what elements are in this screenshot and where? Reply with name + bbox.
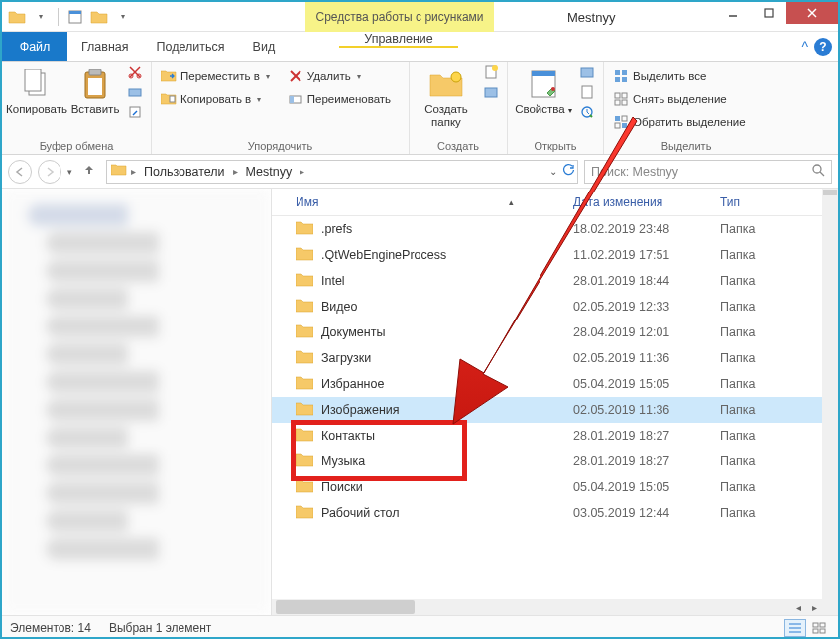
move-to-button[interactable]: Переместить в▾ [158,65,273,87]
scroll-left-icon[interactable]: ◂ [790,599,806,615]
table-row[interactable]: Музыка28.01.2019 18:27Папка [272,448,838,474]
tab-view[interactable]: Вид [239,32,290,61]
breadcrumb-users[interactable]: Пользователи [140,165,229,179]
horizontal-scrollbar[interactable]: ◂ ▸ [272,599,822,615]
file-name: Видео [321,300,358,314]
refresh-icon[interactable] [561,163,575,180]
tab-manage[interactable]: Управление [339,32,458,48]
invert-selection-button[interactable]: Обратить выделение [610,111,749,133]
new-folder-button[interactable]: Создать папку [416,65,477,129]
tab-share[interactable]: Поделиться [143,32,239,61]
file-type: Папка [720,480,838,494]
paste-button[interactable]: Вставить [69,65,121,116]
folder-icon [296,452,313,471]
file-name: .QtWebEngineProcess [321,248,446,262]
svg-rect-47 [813,623,818,627]
history-icon[interactable] [580,105,594,123]
svg-rect-34 [615,93,620,98]
svg-rect-13 [129,89,141,96]
contextual-tab-group: Средства работы с рисунками [305,2,494,32]
forward-button[interactable] [38,160,61,184]
content-area: Имя ▴ Дата изменения Тип .prefs18.02.201… [2,189,838,615]
folder-icon [6,6,28,28]
ribbon-group-open: Свойства ▾ Открыть [508,62,604,154]
cut-icon[interactable] [128,65,142,83]
select-none-button[interactable]: Снять выделение [610,88,749,110]
qat-dropdown-icon[interactable]: ▾ [30,6,52,28]
table-row[interactable]: Intel28.01.2019 18:44Папка [272,268,838,294]
new-item-icon[interactable] [484,65,498,83]
delete-icon [288,68,303,84]
table-row[interactable]: Избранное05.04.2019 15:05Папка [272,371,838,397]
paste-shortcut-icon[interactable] [128,105,142,123]
folder-icon [296,323,313,342]
view-details-button[interactable] [784,619,806,637]
file-tab[interactable]: Файл [2,32,67,61]
file-name: .prefs [321,222,352,236]
copy-to-button[interactable]: Копировать в▾ [158,88,273,110]
qat-customize-icon[interactable]: ▾ [112,6,134,28]
open-folder-icon[interactable] [88,6,110,28]
easy-access-icon[interactable] [484,85,498,103]
svg-rect-1 [69,11,81,14]
rename-icon [288,91,303,107]
copy-path-icon[interactable] [128,85,142,103]
breadcrumb-current[interactable]: Mestnyy [242,165,297,179]
file-date: 28.01.2019 18:27 [573,454,720,468]
up-button[interactable] [78,163,100,181]
tab-home[interactable]: Главная [67,32,143,61]
svg-rect-50 [820,629,825,633]
explorer-window: ▾ ▾ Средства работы с рисунками Mestnyy [0,0,840,639]
scroll-right-icon[interactable]: ▸ [806,599,822,615]
table-row[interactable]: Документы28.04.2019 12:01Папка [272,320,838,345]
ribbon-group-new: Создать папку Создать [410,62,508,154]
navigation-pane[interactable] [2,189,272,615]
svg-rect-48 [820,623,825,627]
address-dropdown-icon[interactable]: ⌄ [549,166,557,177]
file-date: 03.05.2019 12:44 [573,506,720,520]
copy-button[interactable]: Копировать [8,65,65,116]
column-date[interactable]: Дата изменения [573,195,720,209]
close-button[interactable] [786,2,838,24]
ribbon-group-select: Выделить все Снять выделение Обратить вы… [604,62,769,154]
svg-rect-19 [290,96,294,103]
select-all-button[interactable]: Выделить все [610,65,749,87]
help-icon[interactable]: ? [814,38,832,56]
file-type: Папка [720,403,838,417]
file-name: Рабочий стол [321,506,399,520]
search-placeholder: Поиск: Mestnyy [591,165,678,179]
address-bar[interactable]: ▸ Пользователи ▸ Mestnyy ▸ ⌄ [106,160,578,184]
table-row[interactable]: .prefs18.02.2019 23:48Папка [272,216,838,242]
table-row[interactable]: Изображения02.05.2019 11:36Папка [272,397,838,423]
recent-locations-icon[interactable]: ▾ [67,167,72,177]
svg-rect-32 [615,77,620,82]
back-button[interactable] [8,160,32,184]
properties-button[interactable]: Свойства ▾ [514,65,573,116]
column-type[interactable]: Тип [720,195,838,209]
table-row[interactable]: Загрузки02.05.2019 11:36Папка [272,345,838,371]
properties-icon[interactable] [64,6,86,28]
maximize-button[interactable] [751,2,786,24]
table-row[interactable]: Рабочий стол03.05.2019 12:44Папка [272,500,838,526]
column-name[interactable]: Имя [296,195,318,209]
table-row[interactable]: Контакты28.01.2019 18:27Папка [272,423,838,448]
window-controls [715,2,838,24]
svg-rect-25 [532,71,555,76]
folder-icon [296,427,313,446]
svg-rect-31 [622,70,627,75]
view-thumbnails-button[interactable] [808,619,830,637]
svg-point-26 [551,87,555,91]
vertical-scrollbar[interactable] [822,189,838,615]
table-row[interactable]: Видео02.05.2019 12:33Папка [272,294,838,320]
rename-button[interactable]: Переименовать [285,88,394,110]
search-input[interactable]: Поиск: Mestnyy [584,160,832,184]
delete-button[interactable]: Удалить▾ [285,65,394,87]
ribbon-collapse-icon[interactable]: ^ [801,39,808,55]
ribbon: Копировать Вставить Буфер обмена [2,62,838,155]
open-icon[interactable] [580,65,594,83]
edit-icon[interactable] [580,85,594,103]
table-row[interactable]: .QtWebEngineProcess11.02.2019 17:51Папка [272,242,838,268]
minimize-button[interactable] [715,2,751,24]
svg-rect-27 [581,68,593,77]
table-row[interactable]: Поиски05.04.2019 15:05Папка [272,474,838,500]
